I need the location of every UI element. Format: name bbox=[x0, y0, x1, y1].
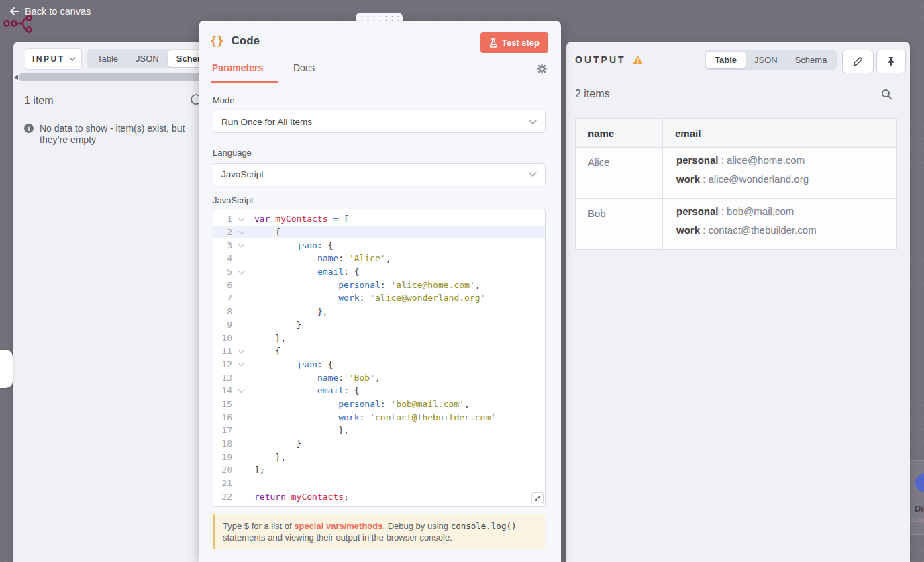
code-line[interactable]: 16 work: 'contact@thebuilder.com' bbox=[213, 410, 545, 424]
table-row[interactable]: Alicepersonal : alice@home.comwork : ali… bbox=[576, 148, 897, 199]
input-panel-title: INPUT bbox=[32, 54, 65, 64]
email-entry: personal : alice@home.com bbox=[676, 154, 896, 166]
input-tab-table[interactable]: Table bbox=[89, 50, 127, 67]
code-text: email: { bbox=[250, 265, 545, 279]
code-text: }, bbox=[250, 305, 545, 318]
line-number: 18 bbox=[213, 438, 232, 449]
code-text: json: { bbox=[250, 358, 545, 371]
cutoff-text-primary: Dis bbox=[915, 504, 924, 514]
chevron-down-icon bbox=[529, 172, 537, 177]
input-source-select[interactable]: INPUT bbox=[25, 48, 82, 70]
code-line[interactable]: 18 } bbox=[213, 437, 545, 451]
fold-caret-icon[interactable] bbox=[232, 271, 250, 273]
column-header-email[interactable]: email bbox=[663, 119, 897, 148]
output-tab-table[interactable]: Table bbox=[706, 52, 746, 68]
code-line[interactable]: 14 email: { bbox=[213, 384, 545, 397]
code-line[interactable]: 5 email: { bbox=[213, 265, 545, 279]
modal-drag-handle[interactable] bbox=[356, 13, 403, 22]
hint-code-snippet: console.log() bbox=[451, 521, 517, 531]
mode-value: Run Once for All Items bbox=[221, 117, 312, 127]
app-window: Back to canvas INPUT Table JSON Schema 1… bbox=[0, 0, 924, 562]
code-line[interactable]: 1var myContacts = [ bbox=[213, 212, 545, 226]
pin-data-button[interactable] bbox=[876, 50, 906, 73]
edit-output-button[interactable] bbox=[842, 50, 874, 73]
warning-icon bbox=[632, 55, 644, 65]
line-number: 14 bbox=[213, 385, 232, 395]
code-line[interactable]: 10 }, bbox=[213, 331, 545, 344]
chevron-down-icon bbox=[69, 57, 76, 61]
back-to-canvas-button[interactable]: Back to canvas bbox=[9, 6, 91, 17]
code-line[interactable]: 7 work: 'alice@wonderland.org' bbox=[213, 291, 545, 305]
line-number: 7 bbox=[213, 293, 232, 303]
code-text: return myContacts; bbox=[250, 489, 545, 503]
hint-text-post: statements and viewing their output in t… bbox=[223, 532, 452, 543]
code-line[interactable]: 21 bbox=[213, 477, 545, 490]
cell-name: Alice bbox=[576, 148, 663, 199]
code-text: { bbox=[250, 344, 545, 358]
line-number: 8 bbox=[213, 306, 232, 316]
fold-caret-icon[interactable] bbox=[232, 363, 250, 365]
line-number: 10 bbox=[213, 333, 232, 343]
code-text: ]; bbox=[250, 463, 545, 477]
input-tab-json[interactable]: JSON bbox=[127, 50, 168, 67]
code-editor[interactable]: 1var myContacts = [2 {3 json: {4 name: '… bbox=[213, 209, 546, 507]
tab-docs[interactable]: Docs bbox=[293, 62, 315, 73]
code-line[interactable]: 15 personal: 'bob@mail.com', bbox=[213, 397, 545, 411]
cell-name: Bob bbox=[576, 199, 663, 250]
code-text: personal: 'alice@home.com', bbox=[250, 278, 545, 291]
line-number: 19 bbox=[213, 452, 232, 462]
code-line[interactable]: 4 name: 'Alice', bbox=[213, 252, 545, 265]
code-line[interactable]: 17 }, bbox=[213, 424, 545, 437]
code-node-modal: {} Code Test step Parameters Docs bbox=[199, 21, 561, 562]
code-node-icon: {} bbox=[210, 34, 223, 48]
code-line[interactable]: 11 { bbox=[213, 344, 545, 358]
table-row[interactable]: Bobpersonal : bob@mail.comwork : contact… bbox=[576, 199, 897, 250]
code-line[interactable]: 6 personal: 'alice@home.com', bbox=[213, 278, 545, 291]
output-tab-json[interactable]: JSON bbox=[746, 52, 786, 68]
line-number: 15 bbox=[213, 399, 232, 409]
code-text: }, bbox=[250, 450, 545, 463]
language-value: JavaScript bbox=[221, 169, 264, 179]
gear-icon[interactable] bbox=[536, 63, 548, 75]
modal-title: Code bbox=[231, 34, 260, 48]
cutoff-avatar-circle bbox=[915, 473, 924, 492]
cell-email: personal : alice@home.comwork : alice@wo… bbox=[663, 148, 897, 199]
test-step-button[interactable]: Test step bbox=[480, 32, 548, 53]
tab-parameters[interactable]: Parameters bbox=[212, 62, 263, 73]
collapsed-side-flap[interactable] bbox=[0, 350, 13, 388]
editor-hint-callout: Type $ for a list of special vars/method… bbox=[213, 514, 546, 549]
fold-caret-icon[interactable] bbox=[232, 389, 250, 392]
code-line[interactable]: 8 }, bbox=[213, 305, 545, 318]
code-line[interactable]: 3 json: { bbox=[213, 238, 545, 252]
code-line[interactable]: 13 name: 'Bob', bbox=[213, 371, 545, 384]
hint-text-pre: Type $ for a list of bbox=[223, 521, 294, 531]
scroll-left-arrow-icon[interactable] bbox=[14, 75, 18, 80]
fold-caret-icon[interactable] bbox=[232, 244, 250, 246]
output-tab-schema[interactable]: Schema bbox=[786, 52, 836, 68]
fold-caret-icon[interactable] bbox=[232, 218, 250, 220]
language-select[interactable]: JavaScript bbox=[213, 163, 546, 185]
search-icon[interactable] bbox=[881, 89, 892, 100]
fold-caret-icon[interactable] bbox=[232, 350, 250, 353]
column-header-name[interactable]: name bbox=[576, 119, 663, 148]
hint-text-mid: . Debug by using bbox=[382, 521, 450, 531]
mode-select[interactable]: Run Once for All Items bbox=[213, 111, 546, 133]
code-text: personal: 'bob@mail.com', bbox=[250, 397, 545, 411]
fold-caret-icon[interactable] bbox=[232, 231, 250, 234]
special-vars-link[interactable]: special vars/methods bbox=[294, 521, 382, 531]
code-line[interactable]: 2 { bbox=[213, 226, 545, 239]
test-step-label: Test step bbox=[502, 38, 540, 48]
code-line[interactable]: 19 }, bbox=[213, 450, 545, 463]
code-line[interactable]: 22return myContacts; bbox=[213, 489, 545, 503]
code-line[interactable]: 9 } bbox=[213, 318, 545, 332]
input-items-count: 1 item bbox=[24, 95, 54, 107]
editor-resize-handle[interactable] bbox=[531, 492, 544, 504]
line-number: 13 bbox=[213, 373, 232, 383]
empty-data-notice-text: No data to show - item(s) exist, but the… bbox=[40, 123, 215, 146]
code-editor-label: JavaScript bbox=[213, 195, 254, 205]
code-line[interactable]: 20]; bbox=[213, 463, 545, 477]
tabs-divider bbox=[199, 83, 561, 83]
output-panel-title: OUTPUT bbox=[575, 54, 626, 65]
code-line[interactable]: 12 json: { bbox=[213, 358, 545, 371]
right-edge-cutoff-card: Dis dLega bbox=[910, 460, 924, 535]
